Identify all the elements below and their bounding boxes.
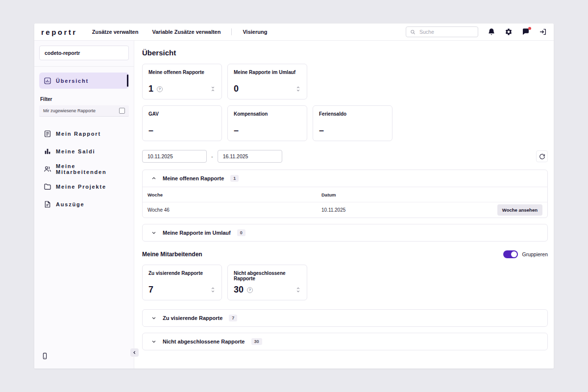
accordion-header[interactable]: Nicht abgeschlossene Rapporte 30 [143,333,547,350]
mobile-view-button[interactable] [41,352,49,360]
grouping-control: Gruppieren [503,250,548,258]
app-logo: reportr [41,28,77,36]
table-header-row: Woche Datum [143,187,547,202]
stepper-icon[interactable] [210,286,216,294]
workspace-selector[interactable]: codeto-reportr [39,46,129,60]
grouping-toggle[interactable] [503,250,518,258]
employee-stat-cards: Zu visierende Rapporte 7 Nicht abgeschlo… [142,265,548,300]
cell-woche: Woche 46 [147,207,321,213]
nav-divider [231,28,232,35]
collapse-vertical-icon[interactable] [210,85,216,93]
settings-button[interactable] [505,28,513,36]
sidebar-divider [34,66,134,67]
sidebar-item-meine-saldi[interactable]: Meine Saldi [39,143,129,159]
app-body: codeto-reportr Übersicht Filter Mir zuge… [34,41,554,368]
extract-icon [44,200,51,208]
accordion-rapporte-im-umlauf: Meine Rapporte im Umlauf 0 [142,224,548,242]
chevron-left-icon [132,350,137,355]
gear-icon [505,28,513,36]
people-icon [44,165,51,173]
grouping-toggle-label: Gruppieren [522,251,548,257]
sidebar-item-meine-projekte[interactable]: Meine Projekte [39,178,129,195]
card-value: 30 [234,285,244,295]
count-badge: 30 [251,338,262,345]
date-from-input[interactable] [142,150,207,163]
card-label: Zu visierende Rapporte [148,270,216,276]
accordion-header[interactable]: Zu visierende Rapporte 7 [143,310,547,326]
open-reports-table: Woche Datum Woche 46 10.11.2025 Woche an… [143,187,547,218]
sidebar-item-label: Auszüge [56,201,84,207]
sidebar-item-label: Meine Mitarbeitenden [56,163,124,175]
accordion-zu-visierende: Zu visierende Rapporte 7 [142,309,548,327]
accordion-header[interactable]: Meine offenen Rapporte 1 [143,170,547,187]
chevron-down-icon [151,339,156,344]
notifications-button[interactable] [488,28,495,36]
search-icon [410,29,416,35]
sidebar-item-label: Meine Projekte [56,184,106,190]
stat-cards-row-2: GAV – Kompensation – Feriensaldo – [142,105,548,141]
bell-icon [488,28,495,36]
stat-cards-row-1: Meine offenen Rapporte 1 ? Meine Rapport… [142,64,548,99]
chevron-up-icon [151,176,156,181]
nav-zusaetze-verwalten[interactable]: Zusätze verwalten [85,29,146,35]
accordion-title: Nicht abgeschlossene Rapporte [163,339,245,344]
sidebar-item-label: Übersicht [56,78,89,84]
filter-option-label: Mir zugewiesene Rapporte [43,108,96,113]
page-title: Übersicht [142,49,548,57]
overview-icon [44,77,51,85]
card-label: Kompensation [234,111,301,117]
search-input[interactable] [418,28,474,35]
sidebar-item-meine-mitarbeitenden[interactable]: Meine Mitarbeitenden [39,161,129,177]
view-week-button[interactable]: Woche ansehen [497,204,542,216]
stepper-icon[interactable] [295,286,301,294]
employees-section-header: Meine Mitarbeitenden Gruppieren [142,250,548,258]
date-range-row: - [142,150,548,163]
card-label: Feriensaldo [319,111,386,117]
accordion-offene-rapporte: Meine offenen Rapporte 1 Woche Datum Woc… [142,170,548,218]
card-value: – [234,125,239,136]
count-badge: 7 [229,315,237,321]
stat-card-nicht-abgeschlossen: Nicht abgeschlossene Rapporte 30 ? [227,265,307,300]
filter-heading: Filter [40,97,128,102]
help-icon[interactable]: ? [247,287,253,293]
refresh-button[interactable] [536,150,548,162]
nav-variable-zusaetze-verwalten[interactable]: Variable Zusätze verwalten [145,29,227,35]
stat-card-zu-visierende: Zu visierende Rapporte 7 [142,265,222,300]
logout-button[interactable] [539,28,547,36]
accordion-title: Zu visierende Rapporte [163,315,222,321]
topbar: reportr Zusätze verwalten Variable Zusät… [34,24,554,41]
sidebar-item-auszuege[interactable]: Auszüge [39,196,129,212]
filter-assigned-reports[interactable]: Mir zugewiesene Rapporte [39,105,129,117]
sidebar: codeto-reportr Übersicht Filter Mir zuge… [34,41,134,368]
accordion-title: Meine Rapporte im Umlauf [163,230,231,236]
phone-icon [41,352,49,360]
accordion-header[interactable]: Meine Rapporte im Umlauf 0 [143,224,547,241]
date-to-input[interactable] [218,150,282,163]
count-badge: 1 [230,175,239,182]
card-label: GAV [148,111,216,117]
stat-card-feriensaldo: Feriensaldo – [313,105,392,141]
sidebar-item-label: Meine Saldi [56,148,95,154]
filter-checkbox[interactable] [119,108,125,114]
sidebar-item-label: Mein Rapport [56,131,101,137]
stat-card-gav: GAV – [142,105,222,141]
column-header-datum: Datum [321,192,542,197]
card-value: – [148,125,153,136]
messages-button[interactable] [522,28,530,36]
card-label: Meine offenen Rapporte [148,70,216,75]
nav-visierung[interactable]: Visierung [236,29,274,35]
main-content: Übersicht Meine offenen Rapporte 1 ? Mei… [134,41,554,368]
table-row: Woche 46 10.11.2025 Woche ansehen [143,202,547,218]
sidebar-collapse-button[interactable] [130,348,139,357]
accordion-title: Meine offenen Rapporte [163,175,224,181]
sidebar-item-uebersicht[interactable]: Übersicht [39,73,129,89]
search-box[interactable] [406,26,478,37]
sidebar-item-mein-rapport[interactable]: Mein Rapport [39,125,129,142]
stepper-icon[interactable] [295,85,301,93]
card-label: Meine Rapporte im Umlauf [234,70,301,75]
date-range-separator: - [211,153,213,159]
report-icon [44,130,51,138]
help-icon[interactable]: ? [157,86,163,92]
notification-dot [528,27,531,30]
chevron-down-icon [151,316,156,320]
